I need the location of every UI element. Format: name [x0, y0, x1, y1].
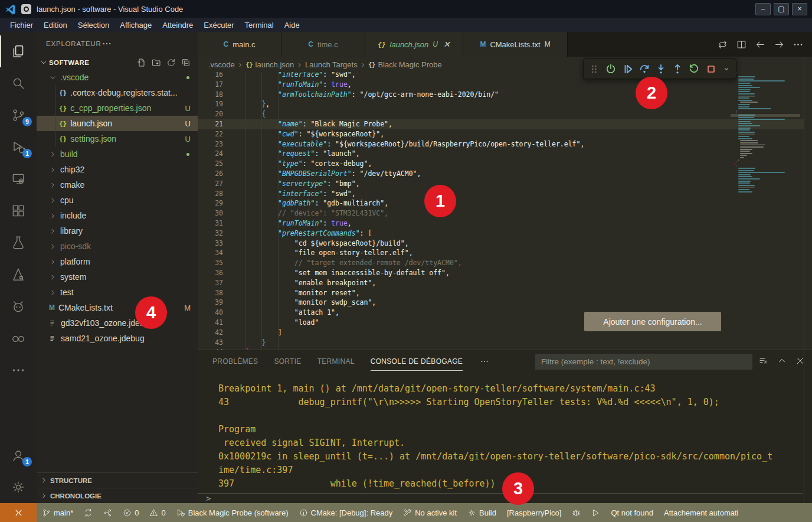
status-auto-attach[interactable]: Attachement automati: [659, 503, 744, 522]
minimap[interactable]: [731, 72, 800, 350]
new-file-button[interactable]: [137, 58, 146, 67]
tab-launch.json[interactable]: {}launch.jsonU✕: [365, 32, 463, 57]
menu-fichier[interactable]: Fichier: [5, 19, 38, 31]
step-out-button[interactable]: [672, 63, 683, 75]
tree-item-build[interactable]: build: [37, 146, 198, 162]
arrow-left-button[interactable]: [755, 39, 766, 50]
status-qt-status[interactable]: Qt not found: [605, 503, 659, 522]
refresh-button[interactable]: [166, 58, 176, 67]
activity-accounts[interactable]: 1: [0, 439, 37, 471]
activity-extensions[interactable]: [0, 195, 37, 227]
console-filter-input[interactable]: [535, 354, 752, 370]
status-build-variant[interactable]: [RaspberryPico]: [502, 503, 567, 522]
toolbar-menu-button[interactable]: [722, 64, 731, 74]
panel-tab-terminal[interactable]: TERMINAL: [317, 357, 355, 366]
drag-handle-button[interactable]: [588, 63, 600, 75]
tree-item-.cortex-debug.registers.stat...[interactable]: {}.cortex-debug.registers.stat...: [37, 85, 198, 100]
section-chronologie[interactable]: CHRONOLOGIE: [37, 488, 198, 503]
code-content[interactable]: "interface": "swd", "runToMain": true, "…: [229, 72, 584, 350]
add-configuration-button[interactable]: Ajouter une configuration...: [584, 312, 721, 331]
breadcrumb-item[interactable]: {}Black Magic Probe: [368, 60, 441, 69]
tree-item-chip32[interactable]: chip32: [37, 162, 198, 177]
status-build[interactable]: Build: [462, 503, 502, 522]
editor-scrollbar[interactable]: [804, 57, 804, 503]
tab-main.c[interactable]: Cmain.c: [198, 32, 281, 57]
close-icon[interactable]: ✕: [443, 40, 450, 49]
tab-time.c[interactable]: Ctime.c: [281, 32, 365, 57]
sidebar-more-actions[interactable]: [102, 38, 112, 49]
menu-aide[interactable]: Aide: [279, 19, 305, 31]
activity-cmake[interactable]: [0, 259, 37, 291]
menu-exécuter[interactable]: Exécuter: [198, 19, 239, 31]
activity-remote-explorer[interactable]: [0, 163, 37, 195]
tree-item-samd21-ozone.jdebug[interactable]: samd21_ozone.jdebug: [37, 331, 198, 346]
status-warnings[interactable]: 0: [144, 503, 171, 522]
activity-run-debug[interactable]: 1: [0, 131, 37, 163]
panel-tab-probl-mes[interactable]: PROBLÈMES: [212, 357, 258, 366]
breadcrumb-item[interactable]: {}launch.json: [245, 60, 294, 69]
editor[interactable]: 1617181920212223242526272829303132333435…: [198, 72, 812, 350]
new-folder-button[interactable]: [152, 58, 161, 67]
activity-peripheral[interactable]: [0, 322, 37, 354]
activity-more-views[interactable]: [0, 354, 37, 386]
tree-item-cpu[interactable]: cpu: [37, 193, 198, 208]
continue-button[interactable]: [622, 63, 634, 75]
power-button[interactable]: [605, 63, 617, 75]
activity-explorer[interactable]: [0, 35, 37, 67]
status-git-branch[interactable]: main*: [37, 503, 78, 522]
restart-button[interactable]: [688, 63, 700, 75]
activity-testing[interactable]: [0, 227, 37, 259]
step-over-button[interactable]: [639, 63, 650, 75]
menu-affichage[interactable]: Affichage: [114, 19, 157, 31]
more-button[interactable]: [793, 39, 804, 50]
tree-item-launch.json[interactable]: {}launch.jsonU: [37, 116, 198, 131]
tree-item-cmake[interactable]: cmake: [37, 177, 198, 193]
stop-button[interactable]: [705, 63, 717, 75]
breadcrumb-item[interactable]: Launch Targets: [305, 60, 358, 69]
maximize-panel-button[interactable]: [777, 356, 787, 366]
tree-item-c-cpp-properties.json[interactable]: {}c_cpp_properties.jsonU: [37, 100, 198, 116]
activity-source-control[interactable]: 9: [0, 99, 37, 131]
activity-settings[interactable]: [0, 471, 37, 503]
maximize-button[interactable]: ▢: [774, 3, 789, 15]
tree-item-platform[interactable]: platform: [37, 254, 198, 269]
open-changes-button[interactable]: [717, 39, 728, 50]
collapse-all-button[interactable]: [181, 58, 191, 67]
status-errors[interactable]: 0: [117, 503, 144, 522]
panel-tab-console-de-d-bogage[interactable]: CONSOLE DE DÉBOGAGE: [371, 357, 463, 371]
section-structure[interactable]: STRUCTURE: [37, 472, 198, 488]
status-debug-target[interactable]: Black Magic Probe (software): [171, 503, 294, 522]
status-scm-graph[interactable]: [98, 503, 117, 522]
panel-tab-sortie[interactable]: SORTIE: [274, 357, 301, 366]
status-cmake-status[interactable]: CMake: [Debug]: Ready: [294, 503, 398, 522]
activity-debug-robot[interactable]: [0, 291, 37, 322]
close-button[interactable]: ×: [792, 3, 807, 15]
tree-item-include[interactable]: include: [37, 208, 198, 223]
project-section-header[interactable]: SOFTWARE: [37, 56, 198, 70]
tab-cmakelists.txt[interactable]: MCMakeLists.txtM: [463, 32, 568, 57]
tree-item-library[interactable]: library: [37, 223, 198, 239]
menu-terminal[interactable]: Terminal: [240, 19, 279, 31]
debug-console[interactable]: Breakpoint 1, main () at /mnt/data/git/o…: [198, 382, 803, 491]
debug-console-input[interactable]: >: [198, 493, 803, 503]
status-debug-bug[interactable]: [567, 503, 586, 522]
tree-item-.vscode[interactable]: .vscode: [37, 70, 198, 85]
arrow-right-button[interactable]: [774, 39, 785, 50]
step-into-button[interactable]: [655, 63, 667, 75]
tree-item-test[interactable]: test: [37, 285, 198, 300]
clear-output-button[interactable]: [759, 356, 768, 366]
breadcrumb-item[interactable]: .vscode: [208, 60, 235, 69]
tree-item-cmakelists.txt[interactable]: MCMakeLists.txtM: [37, 300, 198, 315]
remote-indicator-button[interactable]: [0, 503, 37, 522]
split-editor-button[interactable]: [736, 39, 747, 50]
tree-item-system[interactable]: system: [37, 269, 198, 285]
panel-more-button[interactable]: [480, 357, 489, 366]
status-launch[interactable]: [586, 503, 605, 522]
status-sync[interactable]: [78, 503, 98, 522]
tree-item-pico-sdk[interactable]: pico-sdk: [37, 239, 198, 254]
activity-search[interactable]: [0, 67, 37, 99]
menu-sélection[interactable]: Sélection: [73, 19, 114, 31]
tree-item-settings.json[interactable]: {}settings.jsonU: [37, 131, 198, 146]
menu-atteindre[interactable]: Atteindre: [157, 19, 198, 31]
status-active-kit[interactable]: No active kit: [398, 503, 462, 522]
